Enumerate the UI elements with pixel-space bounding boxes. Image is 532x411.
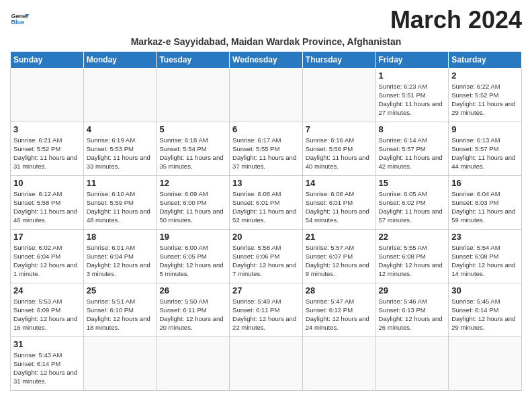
- calendar-cell: 4Sunrise: 6:19 AM Sunset: 5:53 PM Daylig…: [83, 122, 157, 175]
- calendar-cell: 23Sunrise: 5:54 AM Sunset: 6:08 PM Dayli…: [449, 229, 522, 283]
- day-info: Sunrise: 6:10 AM Sunset: 5:59 PM Dayligh…: [87, 189, 154, 225]
- calendar-week-3: 10Sunrise: 6:12 AM Sunset: 5:58 PM Dayli…: [11, 175, 522, 229]
- weekday-header-thursday: Thursday: [302, 51, 375, 68]
- day-info: Sunrise: 6:18 AM Sunset: 5:54 PM Dayligh…: [159, 136, 226, 171]
- calendar-cell: 1Sunrise: 6:23 AM Sunset: 5:51 PM Daylig…: [375, 68, 449, 122]
- calendar-table: SundayMondayTuesdayWednesdayThursdayFrid…: [10, 51, 522, 391]
- calendar-cell: 30Sunrise: 5:45 AM Sunset: 6:14 PM Dayli…: [449, 283, 522, 336]
- calendar-cell: [302, 68, 375, 122]
- calendar-cell: 13Sunrise: 6:08 AM Sunset: 6:01 PM Dayli…: [230, 175, 303, 229]
- day-number: 20: [232, 232, 300, 242]
- day-info: Sunrise: 5:55 AM Sunset: 6:08 PM Dayligh…: [379, 243, 446, 279]
- day-number: 14: [306, 178, 373, 188]
- calendar-cell: 3Sunrise: 6:21 AM Sunset: 5:52 PM Daylig…: [11, 122, 84, 175]
- calendar-cell: 27Sunrise: 5:49 AM Sunset: 6:11 PM Dayli…: [230, 283, 303, 336]
- day-info: Sunrise: 5:46 AM Sunset: 6:13 PM Dayligh…: [379, 297, 446, 332]
- day-number: 6: [232, 124, 300, 134]
- day-number: 11: [87, 178, 154, 188]
- calendar-cell: 6Sunrise: 6:17 AM Sunset: 5:55 PM Daylig…: [230, 122, 303, 175]
- day-info: Sunrise: 5:49 AM Sunset: 6:11 PM Dayligh…: [232, 297, 300, 332]
- calendar-cell: 9Sunrise: 6:13 AM Sunset: 5:57 PM Daylig…: [449, 122, 522, 175]
- day-number: 21: [306, 232, 373, 242]
- weekday-header-monday: Monday: [83, 51, 157, 68]
- calendar-cell: [11, 68, 84, 122]
- calendar-cell: [157, 336, 230, 390]
- calendar-cell: 18Sunrise: 6:01 AM Sunset: 6:04 PM Dayli…: [83, 229, 157, 283]
- day-info: Sunrise: 5:47 AM Sunset: 6:12 PM Dayligh…: [306, 297, 373, 332]
- calendar-cell: 22Sunrise: 5:55 AM Sunset: 6:08 PM Dayli…: [375, 229, 449, 283]
- calendar-cell: [230, 68, 303, 122]
- calendar-cell: [230, 336, 303, 390]
- weekday-header-saturday: Saturday: [449, 51, 522, 68]
- day-info: Sunrise: 6:02 AM Sunset: 6:04 PM Dayligh…: [13, 243, 81, 279]
- day-number: 12: [159, 178, 226, 188]
- day-number: 4: [87, 124, 154, 134]
- calendar-cell: 24Sunrise: 5:53 AM Sunset: 6:09 PM Dayli…: [11, 283, 84, 336]
- day-info: Sunrise: 6:17 AM Sunset: 5:55 PM Dayligh…: [232, 136, 300, 171]
- day-info: Sunrise: 5:54 AM Sunset: 6:08 PM Dayligh…: [451, 243, 519, 279]
- day-info: Sunrise: 6:22 AM Sunset: 5:52 PM Dayligh…: [451, 82, 519, 118]
- calendar-week-5: 24Sunrise: 5:53 AM Sunset: 6:09 PM Dayli…: [11, 283, 522, 336]
- calendar-week-1: 1Sunrise: 6:23 AM Sunset: 5:51 PM Daylig…: [11, 68, 522, 122]
- calendar-cell: 19Sunrise: 6:00 AM Sunset: 6:05 PM Dayli…: [157, 229, 230, 283]
- day-number: 27: [232, 285, 300, 295]
- calendar-week-4: 17Sunrise: 6:02 AM Sunset: 6:04 PM Dayli…: [11, 229, 522, 283]
- calendar-cell: [302, 336, 375, 390]
- day-info: Sunrise: 5:45 AM Sunset: 6:14 PM Dayligh…: [451, 297, 519, 332]
- calendar-cell: 2Sunrise: 6:22 AM Sunset: 5:52 PM Daylig…: [449, 68, 522, 122]
- calendar-cell: 12Sunrise: 6:09 AM Sunset: 6:00 PM Dayli…: [157, 175, 230, 229]
- weekday-header-friday: Friday: [375, 51, 449, 68]
- day-number: 8: [379, 124, 446, 134]
- weekday-header-sunday: Sunday: [11, 51, 84, 68]
- day-info: Sunrise: 5:51 AM Sunset: 6:10 PM Dayligh…: [87, 297, 154, 332]
- title-area: March 2024: [390, 7, 522, 34]
- calendar-cell: 31Sunrise: 5:43 AM Sunset: 6:14 PM Dayli…: [11, 336, 84, 390]
- calendar-cell: 29Sunrise: 5:46 AM Sunset: 6:13 PM Dayli…: [375, 283, 449, 336]
- day-number: 13: [232, 178, 300, 188]
- calendar-cell: [83, 68, 157, 122]
- calendar-cell: 10Sunrise: 6:12 AM Sunset: 5:58 PM Dayli…: [11, 175, 84, 229]
- calendar-cell: 28Sunrise: 5:47 AM Sunset: 6:12 PM Dayli…: [302, 283, 375, 336]
- day-number: 7: [306, 124, 373, 134]
- day-number: 3: [13, 124, 81, 134]
- calendar-cell: 7Sunrise: 6:16 AM Sunset: 5:56 PM Daylig…: [302, 122, 375, 175]
- logo: General Blue: [10, 9, 29, 28]
- calendar-cell: 25Sunrise: 5:51 AM Sunset: 6:10 PM Dayli…: [83, 283, 157, 336]
- day-number: 31: [13, 339, 81, 349]
- calendar-cell: [375, 336, 449, 390]
- day-info: Sunrise: 5:43 AM Sunset: 6:14 PM Dayligh…: [13, 351, 81, 386]
- day-number: 30: [451, 285, 519, 295]
- month-title: March 2024: [390, 7, 522, 34]
- day-info: Sunrise: 6:21 AM Sunset: 5:52 PM Dayligh…: [13, 136, 81, 171]
- day-number: 2: [451, 71, 519, 81]
- calendar-cell: 20Sunrise: 5:58 AM Sunset: 6:06 PM Dayli…: [230, 229, 303, 283]
- calendar-week-6: 31Sunrise: 5:43 AM Sunset: 6:14 PM Dayli…: [11, 336, 522, 390]
- calendar-cell: [449, 336, 522, 390]
- day-info: Sunrise: 6:00 AM Sunset: 6:05 PM Dayligh…: [159, 243, 226, 279]
- day-info: Sunrise: 6:01 AM Sunset: 6:04 PM Dayligh…: [87, 243, 154, 279]
- weekday-header-tuesday: Tuesday: [157, 51, 230, 68]
- day-number: 28: [306, 285, 373, 295]
- day-number: 9: [451, 124, 519, 134]
- calendar-cell: [83, 336, 157, 390]
- day-info: Sunrise: 6:14 AM Sunset: 5:57 PM Dayligh…: [379, 136, 446, 171]
- day-info: Sunrise: 6:05 AM Sunset: 6:02 PM Dayligh…: [379, 189, 446, 225]
- day-number: 17: [13, 232, 81, 242]
- subtitle: Markaz-e Sayyidabad, Maidan Wardak Provi…: [10, 36, 522, 47]
- day-number: 22: [379, 232, 446, 242]
- weekday-header-wednesday: Wednesday: [230, 51, 303, 68]
- day-info: Sunrise: 5:58 AM Sunset: 6:06 PM Dayligh…: [232, 243, 300, 279]
- day-info: Sunrise: 5:50 AM Sunset: 6:11 PM Dayligh…: [159, 297, 226, 332]
- calendar-cell: 11Sunrise: 6:10 AM Sunset: 5:59 PM Dayli…: [83, 175, 157, 229]
- day-number: 24: [13, 285, 81, 295]
- svg-text:Blue: Blue: [11, 19, 24, 26]
- calendar-cell: 15Sunrise: 6:05 AM Sunset: 6:02 PM Dayli…: [375, 175, 449, 229]
- day-info: Sunrise: 6:09 AM Sunset: 6:00 PM Dayligh…: [159, 189, 226, 225]
- day-info: Sunrise: 6:12 AM Sunset: 5:58 PM Dayligh…: [13, 189, 81, 225]
- day-number: 23: [451, 232, 519, 242]
- day-number: 29: [379, 285, 446, 295]
- day-number: 18: [87, 232, 154, 242]
- day-number: 25: [87, 285, 154, 295]
- calendar-cell: 17Sunrise: 6:02 AM Sunset: 6:04 PM Dayli…: [11, 229, 84, 283]
- weekday-header-row: SundayMondayTuesdayWednesdayThursdayFrid…: [11, 51, 522, 68]
